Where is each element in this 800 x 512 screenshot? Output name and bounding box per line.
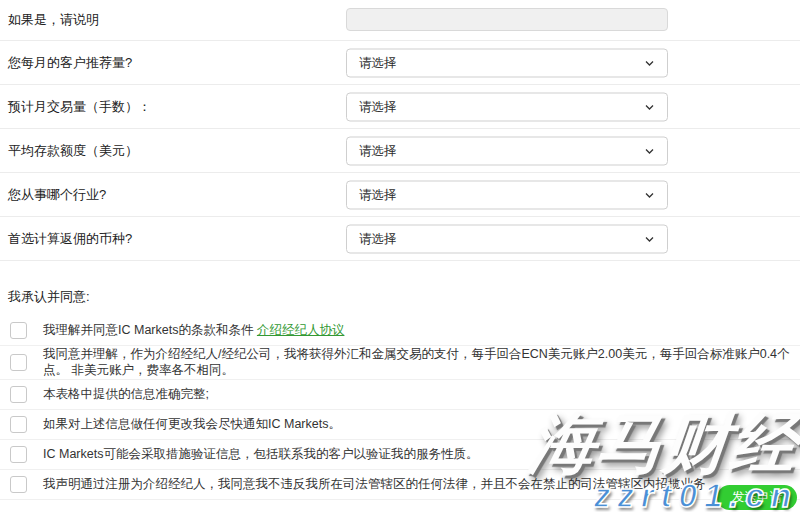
agreement-row-accuracy: 本表格中提供的信息准确完整;	[0, 380, 800, 410]
select-value: 请选择	[359, 230, 644, 247]
average-deposit-label: 平均存款额度（美元）	[8, 142, 138, 160]
chevron-down-icon	[644, 233, 655, 244]
verification-checkbox[interactable]	[10, 446, 27, 463]
monthly-volume-select[interactable]: 请选择	[346, 92, 668, 121]
chevron-down-icon	[644, 57, 655, 68]
form-row-monthly-volume: 预计月交易量（手数）： 请选择	[0, 85, 800, 129]
agreement-text: 本表格中提供的信息准确完整;	[43, 386, 209, 402]
select-value: 请选择	[359, 98, 644, 115]
form-row-clarification: 如果是，请说明	[0, 0, 800, 41]
form-row-rebate-currency: 首选计算返佣的币种? 请选择	[0, 217, 800, 261]
terms-checkbox[interactable]	[10, 322, 27, 339]
monthly-referrals-select[interactable]: 请选择	[346, 48, 668, 77]
agreement-text: 如果对上述信息做任何更改我会尽快通知IC Markets。	[43, 416, 341, 432]
notify-changes-checkbox[interactable]	[10, 416, 27, 433]
rebate-currency-label: 首选计算返佣的币种?	[8, 230, 132, 248]
accuracy-checkbox[interactable]	[10, 386, 27, 403]
clarification-input[interactable]	[346, 8, 668, 31]
form-row-monthly-referrals: 您每月的客户推荐量? 请选择	[0, 41, 800, 85]
monthly-referrals-label: 您每月的客户推荐量?	[8, 54, 132, 72]
agreement-text: IC Markets可能会采取措施验证信息，包括联系我的客户以验证我的服务性质。	[43, 446, 478, 462]
industry-label: 您从事哪个行业?	[8, 186, 106, 204]
agreement-text: 我同意并理解，作为介绍经纪人/经纪公司，我将获得外汇和金属交易的支付，每手回合E…	[43, 346, 792, 379]
form-row-average-deposit: 平均存款额度（美元） 请选择	[0, 129, 800, 173]
agreement-row-terms: 我理解并同意IC Markets的条款和条件 介绍经纪人协议	[0, 316, 800, 346]
select-value: 请选择	[359, 186, 644, 203]
agreement-text: 我声明通过注册为介绍经纪人，我同意我不违反我所在司法管辖区的任何法律，并且不会在…	[43, 476, 706, 492]
select-value: 请选择	[359, 142, 644, 159]
agreement-row-jurisdiction: 我声明通过注册为介绍经纪人，我同意我不违反我所在司法管辖区的任何法律，并且不会在…	[0, 470, 800, 500]
chevron-down-icon	[644, 189, 655, 200]
industry-select[interactable]: 请选择	[346, 180, 668, 209]
agreement-section-title: 我承认并同意:	[0, 261, 800, 316]
select-value: 请选择	[359, 54, 644, 71]
form-row-industry: 您从事哪个行业? 请选择	[0, 173, 800, 217]
ib-application-form-page: 如果是，请说明 您每月的客户推荐量? 请选择 预计月交易量（手数）： 请选择 平…	[0, 0, 800, 512]
payment-checkbox[interactable]	[10, 354, 27, 371]
agreement-row-notify-changes: 如果对上述信息做任何更改我会尽快通知IC Markets。	[0, 410, 800, 440]
rebate-currency-select[interactable]: 请选择	[346, 224, 668, 253]
jurisdiction-checkbox[interactable]	[10, 476, 27, 493]
ib-agreement-link[interactable]: 介绍经纪人协议	[257, 323, 345, 337]
submit-application-button[interactable]: 发送申请	[717, 485, 797, 510]
chevron-down-icon	[644, 101, 655, 112]
chevron-down-icon	[644, 145, 655, 156]
clarification-label: 如果是，请说明	[8, 11, 99, 29]
agreement-text-terms: 我理解并同意IC Markets的条款和条件	[43, 323, 257, 337]
average-deposit-select[interactable]: 请选择	[346, 136, 668, 165]
agreement-row-payment: 我同意并理解，作为介绍经纪人/经纪公司，我将获得外汇和金属交易的支付，每手回合E…	[0, 346, 800, 380]
agreement-row-verification: IC Markets可能会采取措施验证信息，包括联系我的客户以验证我的服务性质。	[0, 440, 800, 470]
agreement-text: 我理解并同意IC Markets的条款和条件 介绍经纪人协议	[43, 322, 344, 338]
monthly-volume-label: 预计月交易量（手数）：	[8, 98, 151, 116]
